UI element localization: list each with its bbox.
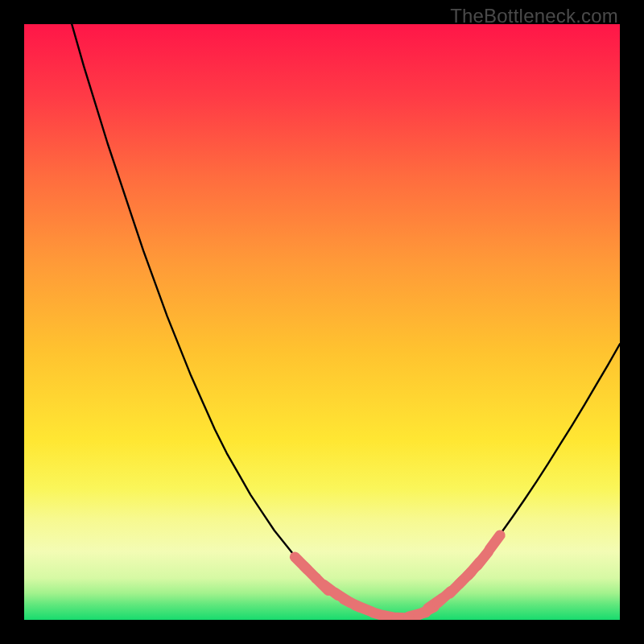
- chart-frame: TheBottleneck.com: [0, 0, 644, 644]
- curve-layer: [24, 24, 620, 620]
- watermark-text: TheBottleneck.com: [450, 5, 618, 27]
- marker-point: [489, 535, 500, 550]
- plot-area: [24, 24, 620, 620]
- highlighted-points: [295, 535, 500, 619]
- bottleneck-curve: [72, 24, 620, 618]
